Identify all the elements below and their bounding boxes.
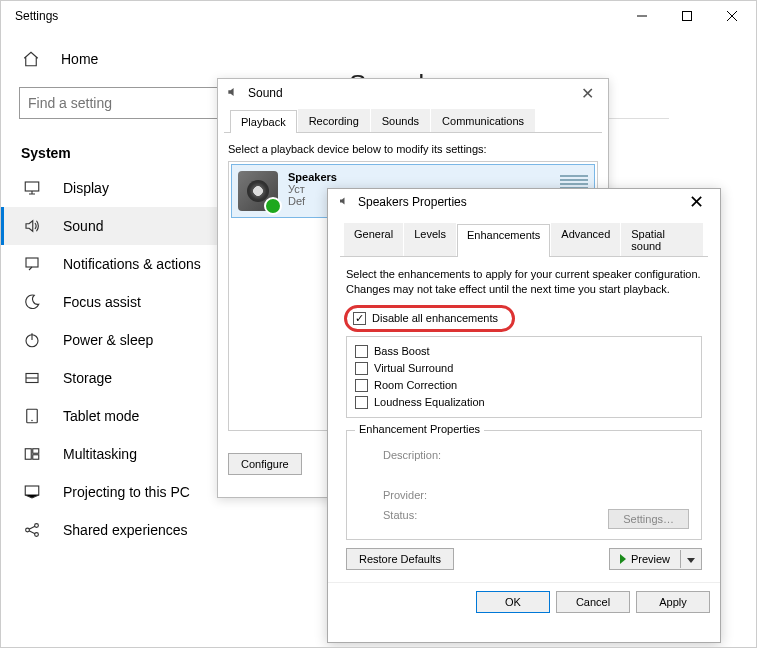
speaker-small-icon	[338, 195, 352, 209]
home-link[interactable]: Home	[1, 41, 336, 77]
nav-label: Focus assist	[63, 294, 141, 310]
disable-all-highlight: Disable all enhancements	[344, 305, 515, 332]
tablet-icon	[23, 407, 41, 425]
device-name: Speakers	[288, 171, 337, 183]
checkbox[interactable]	[355, 379, 368, 392]
preview-dropdown[interactable]	[681, 550, 701, 568]
svg-rect-9	[33, 449, 39, 454]
display-icon	[23, 179, 41, 197]
nav-label: Sound	[63, 218, 103, 234]
preview-split-button[interactable]: Preview	[609, 548, 702, 570]
props-ok-row: OK Cancel Apply	[328, 582, 720, 621]
nav-label: Storage	[63, 370, 112, 386]
svg-point-7	[31, 420, 33, 422]
play-icon	[620, 554, 626, 564]
svg-rect-8	[25, 449, 31, 460]
tab-advanced[interactable]: Advanced	[551, 223, 620, 256]
props-titlebar[interactable]: Speakers Properties ✕	[328, 189, 720, 215]
group-legend: Enhancement Properties	[355, 423, 484, 435]
nav-label: Projecting to this PC	[63, 484, 190, 500]
tab-communications[interactable]: Communications	[431, 109, 535, 132]
disable-all-checkbox[interactable]	[353, 312, 366, 325]
tab-general[interactable]: General	[344, 223, 403, 256]
enhancement-settings-button[interactable]: Settings…	[608, 509, 689, 529]
enhancements-list[interactable]: Bass Boost Virtual Surround Room Correct…	[346, 336, 702, 418]
prop-description: Description:	[383, 449, 689, 461]
close-icon[interactable]: ✕	[575, 84, 600, 103]
enh-loudness[interactable]: Loudness Equalization	[355, 394, 693, 411]
props-action-row: Restore Defaults Preview	[340, 540, 708, 576]
sound-icon	[23, 217, 41, 235]
prop-provider: Provider:	[383, 489, 689, 501]
power-icon	[23, 331, 41, 349]
props-tabs: General Levels Enhancements Advanced Spa…	[340, 221, 708, 257]
apply-button[interactable]: Apply	[636, 591, 710, 613]
speakers-properties-dialog: Speakers Properties ✕ General Levels Enh…	[327, 188, 721, 643]
cancel-button[interactable]: Cancel	[556, 591, 630, 613]
enhancement-properties-group: Enhancement Properties Description: Prov…	[346, 430, 702, 540]
speaker-icon	[226, 85, 242, 101]
titlebar: Settings	[1, 1, 757, 31]
svg-rect-10	[33, 455, 39, 460]
moon-icon	[23, 293, 41, 311]
svg-rect-11	[25, 486, 39, 495]
storage-icon	[23, 369, 41, 387]
configure-button[interactable]: Configure	[228, 453, 302, 475]
sound-dialog-titlebar[interactable]: Sound ✕	[218, 79, 608, 107]
multitasking-icon	[23, 445, 41, 463]
projecting-icon	[23, 483, 41, 501]
close-button[interactable]	[709, 1, 754, 31]
preview-button[interactable]: Preview	[610, 550, 681, 568]
svg-rect-3	[26, 258, 38, 267]
svg-point-13	[35, 524, 39, 528]
svg-rect-0	[682, 12, 691, 21]
restore-defaults-button[interactable]: Restore Defaults	[346, 548, 454, 570]
close-icon[interactable]: ✕	[683, 191, 710, 213]
maximize-button[interactable]	[664, 1, 709, 31]
tab-spatial[interactable]: Spatial sound	[621, 223, 703, 256]
disable-all-label: Disable all enhancements	[372, 312, 498, 324]
enhancements-desc: Select the enhancements to apply for you…	[340, 257, 708, 303]
sound-dialog-title: Sound	[248, 86, 283, 100]
sound-tabs: Playback Recording Sounds Communications	[224, 107, 602, 133]
device-speaker-icon	[238, 171, 278, 211]
tab-enhancements[interactable]: Enhancements	[457, 224, 550, 257]
svg-rect-2	[25, 182, 39, 191]
ok-button[interactable]: OK	[476, 591, 550, 613]
nav-label: Tablet mode	[63, 408, 139, 424]
svg-point-14	[35, 533, 39, 537]
tab-recording[interactable]: Recording	[298, 109, 370, 132]
home-label: Home	[61, 51, 98, 67]
tab-levels[interactable]: Levels	[404, 223, 456, 256]
enh-bass-boost[interactable]: Bass Boost	[355, 343, 693, 360]
window-title: Settings	[15, 9, 619, 23]
checkbox[interactable]	[355, 362, 368, 375]
instruct-text: Select a playback device below to modify…	[228, 143, 598, 155]
props-title: Speakers Properties	[358, 195, 467, 209]
settings-button-wrap: Settings…	[608, 509, 689, 529]
share-icon	[23, 521, 41, 539]
notifications-icon	[23, 255, 41, 273]
enh-virtual-surround[interactable]: Virtual Surround	[355, 360, 693, 377]
prop-status: Status: Settings…	[383, 509, 689, 529]
home-icon	[21, 49, 41, 69]
enh-room-correction[interactable]: Room Correction	[355, 377, 693, 394]
minimize-button[interactable]	[619, 1, 664, 31]
tab-sounds[interactable]: Sounds	[371, 109, 430, 132]
tab-playback[interactable]: Playback	[230, 110, 297, 133]
nav-shared[interactable]: Shared experiences	[1, 511, 336, 549]
checkbox[interactable]	[355, 396, 368, 409]
checkbox[interactable]	[355, 345, 368, 358]
nav-label: Power & sleep	[63, 332, 153, 348]
nav-label: Display	[63, 180, 109, 196]
props-body: General Levels Enhancements Advanced Spa…	[328, 215, 720, 582]
nav-label: Shared experiences	[63, 522, 188, 538]
nav-label: Multitasking	[63, 446, 137, 462]
svg-point-12	[26, 528, 30, 532]
nav-label: Notifications & actions	[63, 256, 201, 272]
